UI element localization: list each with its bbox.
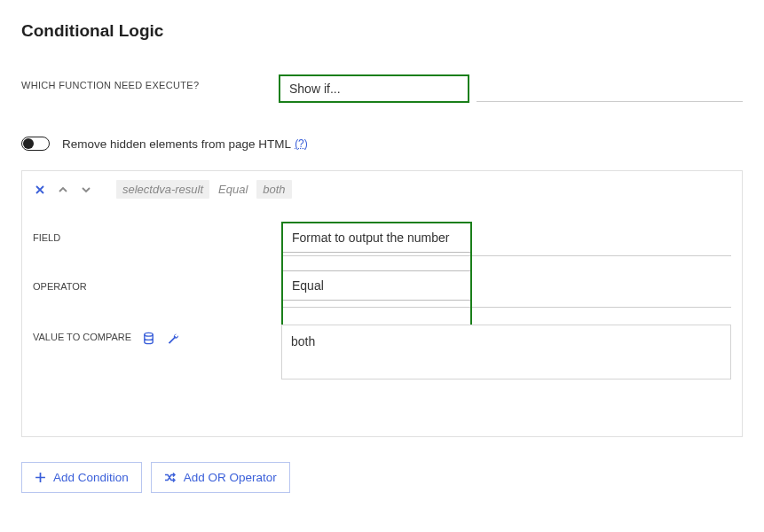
condition-panel: selectdva-result Equal both FIELD OPERAT…	[21, 170, 743, 437]
cond-pill-op: Equal	[218, 180, 248, 199]
operator-select[interactable]: Equal	[283, 271, 470, 300]
chevron-up-icon[interactable]	[56, 184, 70, 195]
shuffle-icon	[164, 472, 177, 483]
page-title: Conditional Logic	[21, 21, 743, 41]
field-select[interactable]: Format to output the number	[283, 223, 470, 252]
condition-header: selectdva-result Equal both	[22, 171, 742, 207]
chevron-down-icon[interactable]	[79, 184, 93, 195]
function-row: WHICH FUNCTION NEED EXECUTE? Show if...	[21, 74, 743, 105]
function-select[interactable]: Show if...	[279, 74, 469, 103]
value-label: VALUE TO COMPARE	[33, 314, 281, 364]
cond-pill-value: both	[256, 180, 291, 199]
wrench-icon[interactable]	[166, 332, 179, 345]
field-label: FIELD	[33, 213, 281, 263]
close-icon[interactable]	[33, 184, 47, 195]
plus-icon	[35, 472, 46, 483]
add-condition-button[interactable]: Add Condition	[21, 462, 142, 493]
remove-hidden-toggle[interactable]	[21, 137, 50, 151]
add-or-operator-button[interactable]: Add OR Operator	[151, 462, 290, 493]
help-link[interactable]: (?)	[295, 137, 308, 150]
svg-point-0	[145, 332, 153, 336]
operator-label: OPERATOR	[33, 263, 281, 314]
toggle-label: Remove hidden elements from page HTML	[62, 137, 291, 151]
cond-pill-field: selectdva-result	[116, 180, 209, 199]
function-label: WHICH FUNCTION NEED EXECUTE?	[21, 80, 279, 98]
value-input[interactable]	[281, 325, 731, 379]
database-icon[interactable]	[142, 332, 155, 345]
